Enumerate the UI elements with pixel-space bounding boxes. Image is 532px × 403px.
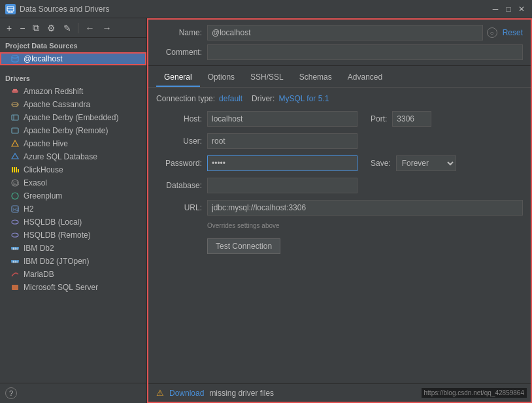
save-select[interactable]: Forever Until restart Never xyxy=(396,155,456,171)
driver-name: Greenplum xyxy=(24,191,62,201)
sync-icon: ○ xyxy=(487,27,497,38)
driver-label: Driver: xyxy=(252,94,274,103)
drivers-section: Drivers Amazon Redshift Apache Cassan xyxy=(0,71,146,294)
left-panel-bottom: ? xyxy=(0,383,146,403)
svg-text:H2: H2 xyxy=(13,207,19,212)
driver-item-hsqldb-remote[interactable]: HSQLDB (Remote) xyxy=(0,229,146,242)
url-row: URL: xyxy=(156,200,523,216)
svg-rect-12 xyxy=(12,128,18,133)
download-link[interactable]: Download xyxy=(169,389,204,398)
driver-item-mssql[interactable]: Microsoft SQL Server xyxy=(0,281,146,294)
watermark: https://blog.csdn.net/qq_42859864 xyxy=(422,388,527,398)
window-title: Data Sources and Drivers xyxy=(20,5,490,14)
driver-item-ibm-db2-jtopen[interactable]: IBM IBM Db2 (JTOpen) xyxy=(0,255,146,268)
tab-content-general: Connection type: default Driver: MySQL f… xyxy=(148,88,531,383)
driver-item-clickhouse[interactable]: ClickHouse xyxy=(0,163,146,176)
tab-general[interactable]: General xyxy=(156,69,200,87)
svg-text:EX: EX xyxy=(13,181,20,185)
svg-rect-15 xyxy=(14,167,15,172)
driver-item-greenplum[interactable]: Greenplum xyxy=(0,189,146,202)
reset-button[interactable]: Reset xyxy=(503,28,523,37)
user-label: User: xyxy=(156,137,202,146)
svg-point-5 xyxy=(12,56,18,58)
password-label: Password: xyxy=(156,159,202,168)
main-content: + − ⧉ ⚙ ✎ ← → Project Data Sources xyxy=(0,18,532,403)
maximize-button[interactable]: □ xyxy=(503,4,514,14)
driver-name: Apache Hive xyxy=(24,139,68,148)
driver-icon-mariadb xyxy=(10,270,20,279)
host-row: Host: Port: xyxy=(156,111,523,127)
port-label: Port: xyxy=(371,114,387,123)
port-input[interactable] xyxy=(392,111,431,127)
svg-point-20 xyxy=(12,193,18,199)
project-section-label: Project Data Sources xyxy=(0,38,146,52)
forward-button[interactable]: → xyxy=(99,22,114,35)
driver-item-amazon-redshift[interactable]: Amazon Redshift xyxy=(0,85,146,98)
project-datasource-localhost[interactable]: @localhost xyxy=(0,52,146,65)
password-input[interactable] xyxy=(207,155,357,171)
driver-item-ibm-db2[interactable]: IBM IBM Db2 xyxy=(0,242,146,255)
user-input[interactable] xyxy=(207,133,357,149)
driver-item-apache-derby-embedded[interactable]: Apache Derby (Embedded) xyxy=(0,111,146,124)
connection-type-value[interactable]: default xyxy=(219,94,242,103)
left-panel-scroll: Project Data Sources @localhost Drivers xyxy=(0,38,146,383)
driver-icon-ibm-db2: IBM xyxy=(10,244,20,253)
database-label: Database: xyxy=(156,181,202,190)
driver-item-mariadb[interactable]: MariaDB xyxy=(0,268,146,281)
name-row: Name: ○ Reset xyxy=(156,25,523,40)
driver-icon-clickhouse xyxy=(10,165,20,174)
driver-value[interactable]: MySQL for 5.1 xyxy=(278,94,329,103)
test-connection-button[interactable]: Test Connection xyxy=(207,238,280,254)
driver-name: Apache Derby (Embedded) xyxy=(24,113,118,122)
tab-schemas[interactable]: Schemas xyxy=(291,69,340,87)
copy-button[interactable]: ⧉ xyxy=(30,21,42,35)
toolbar-separator xyxy=(78,23,78,33)
back-button[interactable]: ← xyxy=(82,22,97,35)
driver-icon-exasol: EX xyxy=(10,178,20,187)
close-button[interactable]: ✕ xyxy=(516,4,527,14)
driver-name: Azure SQL Database xyxy=(24,152,97,161)
help-button[interactable]: ? xyxy=(5,387,17,399)
driver-item-apache-cassandra[interactable]: Apache Cassandra xyxy=(0,98,146,111)
tab-options[interactable]: Options xyxy=(200,69,242,87)
driver-icon-azure xyxy=(10,152,20,161)
driver-item-apache-derby-remote[interactable]: Apache Derby (Remote) xyxy=(0,124,146,137)
svg-point-24 xyxy=(12,233,18,237)
name-input[interactable] xyxy=(207,25,483,40)
svg-text:IBM: IBM xyxy=(12,247,18,251)
add-button[interactable]: + xyxy=(4,22,14,35)
app-icon xyxy=(5,4,16,14)
driver-icon-derby-remote xyxy=(10,126,20,135)
driver-item-azure-sql[interactable]: Azure SQL Database xyxy=(0,150,146,163)
minimize-button[interactable]: ─ xyxy=(490,4,501,14)
svg-rect-10 xyxy=(12,115,18,120)
svg-point-23 xyxy=(12,220,18,224)
comment-input[interactable] xyxy=(207,44,523,60)
driver-item-h2[interactable]: H2 H2 xyxy=(0,202,146,216)
right-panel: Name: ○ Reset Comment: General Options S… xyxy=(147,18,532,403)
driver-name: H2 xyxy=(24,204,33,214)
driver-icon-derby-embedded xyxy=(10,113,20,122)
tab-advanced[interactable]: Advanced xyxy=(340,69,390,87)
driver-name: HSQLDB (Remote) xyxy=(24,231,91,240)
settings-button[interactable]: ⚙ xyxy=(44,22,58,35)
edit-button[interactable]: ✎ xyxy=(61,22,74,35)
database-input[interactable] xyxy=(207,178,357,193)
driver-name: MariaDB xyxy=(24,270,54,279)
driver-icon-greenplum xyxy=(10,191,20,201)
host-input[interactable] xyxy=(207,111,357,127)
driver-item-apache-hive[interactable]: Apache Hive xyxy=(0,137,146,150)
driver-item-hsqldb-local[interactable]: HSQLDB (Local) xyxy=(0,216,146,229)
url-input[interactable] xyxy=(207,200,523,216)
driver-name: Apache Derby (Remote) xyxy=(24,126,108,135)
remove-button[interactable]: − xyxy=(17,22,27,35)
driver-name: Microsoft SQL Server xyxy=(24,283,98,292)
driver-item-exasol[interactable]: EX Exasol xyxy=(0,176,146,189)
name-label: Name: xyxy=(156,28,202,37)
tab-sshssl[interactable]: SSH/SSL xyxy=(242,69,291,87)
driver-name: Apache Cassandra xyxy=(24,100,90,109)
driver-name: HSQLDB (Local) xyxy=(24,218,82,227)
password-row: Password: Save: Forever Until restart Ne… xyxy=(156,155,523,171)
driver-icon-hsqldb-remote xyxy=(10,231,20,240)
user-row: User: xyxy=(156,133,523,149)
